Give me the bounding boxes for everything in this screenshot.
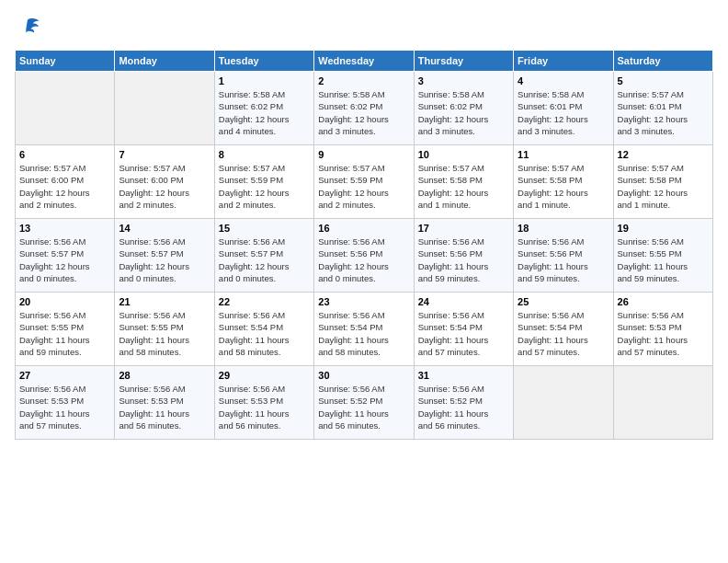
calendar-day-header: Friday	[514, 51, 613, 72]
day-info: Sunrise: 5:56 AM Sunset: 5:57 PM Dayligh…	[219, 236, 310, 284]
day-info: Sunrise: 5:56 AM Sunset: 5:55 PM Dayligh…	[119, 309, 210, 358]
calendar-day-header: Tuesday	[214, 51, 313, 72]
day-info: Sunrise: 5:56 AM Sunset: 5:57 PM Dayligh…	[119, 236, 210, 284]
calendar-day-cell: 24Sunrise: 5:56 AM Sunset: 5:54 PM Dayli…	[414, 293, 513, 366]
day-info: Sunrise: 5:56 AM Sunset: 5:53 PM Dayligh…	[19, 383, 110, 431]
calendar-day-cell: 17Sunrise: 5:56 AM Sunset: 5:56 PM Dayli…	[414, 219, 513, 293]
day-info: Sunrise: 5:56 AM Sunset: 5:52 PM Dayligh…	[318, 383, 409, 431]
day-number: 22	[219, 296, 310, 307]
day-info: Sunrise: 5:58 AM Sunset: 6:02 PM Dayligh…	[219, 88, 310, 137]
day-number: 2	[318, 75, 409, 86]
day-info: Sunrise: 5:56 AM Sunset: 5:53 PM Dayligh…	[119, 383, 210, 431]
calendar-day-cell: 5Sunrise: 5:57 AM Sunset: 6:01 PM Daylig…	[613, 72, 712, 145]
day-number: 8	[219, 149, 310, 160]
day-info: Sunrise: 5:56 AM Sunset: 5:54 PM Dayligh…	[518, 309, 609, 358]
day-info: Sunrise: 5:56 AM Sunset: 5:54 PM Dayligh…	[418, 309, 509, 358]
calendar-day-cell: 11Sunrise: 5:57 AM Sunset: 5:58 PM Dayli…	[514, 145, 613, 219]
day-number: 25	[518, 296, 609, 307]
calendar-day-cell: 20Sunrise: 5:56 AM Sunset: 5:55 PM Dayli…	[16, 293, 115, 366]
calendar-day-cell: 19Sunrise: 5:56 AM Sunset: 5:55 PM Dayli…	[613, 219, 712, 293]
logo-bird-icon	[15, 15, 40, 40]
calendar-day-header: Sunday	[16, 51, 115, 72]
day-info: Sunrise: 5:56 AM Sunset: 5:56 PM Dayligh…	[418, 236, 509, 284]
calendar-day-cell: 12Sunrise: 5:57 AM Sunset: 5:58 PM Dayli…	[613, 145, 712, 219]
day-number: 14	[119, 223, 210, 234]
day-info: Sunrise: 5:56 AM Sunset: 5:53 PM Dayligh…	[618, 309, 709, 358]
day-info: Sunrise: 5:56 AM Sunset: 5:54 PM Dayligh…	[318, 309, 409, 358]
calendar-day-cell: 21Sunrise: 5:56 AM Sunset: 5:55 PM Dayli…	[115, 293, 214, 366]
page-header	[15, 15, 713, 40]
day-number: 4	[518, 75, 609, 86]
day-number: 19	[618, 223, 709, 234]
day-number: 13	[19, 223, 110, 234]
day-number: 26	[618, 296, 709, 307]
calendar-day-cell: 15Sunrise: 5:56 AM Sunset: 5:57 PM Dayli…	[214, 219, 313, 293]
day-info: Sunrise: 5:58 AM Sunset: 6:01 PM Dayligh…	[518, 88, 609, 137]
calendar-day-header: Wednesday	[314, 51, 414, 72]
day-info: Sunrise: 5:57 AM Sunset: 5:58 PM Dayligh…	[518, 162, 609, 211]
day-number: 15	[219, 223, 310, 234]
calendar-day-cell: 25Sunrise: 5:56 AM Sunset: 5:54 PM Dayli…	[514, 293, 613, 366]
calendar-day-cell	[115, 72, 214, 145]
calendar-day-cell: 2Sunrise: 5:58 AM Sunset: 6:02 PM Daylig…	[314, 72, 414, 145]
calendar-day-cell	[514, 366, 613, 440]
calendar-day-cell: 13Sunrise: 5:56 AM Sunset: 5:57 PM Dayli…	[16, 219, 115, 293]
day-number: 3	[418, 75, 509, 86]
day-number: 7	[119, 149, 210, 160]
day-number: 28	[119, 370, 210, 381]
calendar-day-cell: 1Sunrise: 5:58 AM Sunset: 6:02 PM Daylig…	[214, 72, 313, 145]
day-number: 9	[318, 149, 409, 160]
day-number: 24	[418, 296, 509, 307]
calendar-header-row: SundayMondayTuesdayWednesdayThursdayFrid…	[16, 51, 713, 72]
day-number: 31	[418, 370, 509, 381]
day-info: Sunrise: 5:57 AM Sunset: 6:00 PM Dayligh…	[19, 162, 110, 211]
calendar-day-cell: 3Sunrise: 5:58 AM Sunset: 6:02 PM Daylig…	[414, 72, 513, 145]
day-info: Sunrise: 5:57 AM Sunset: 5:59 PM Dayligh…	[318, 162, 409, 211]
calendar-day-header: Thursday	[414, 51, 513, 72]
day-info: Sunrise: 5:57 AM Sunset: 5:59 PM Dayligh…	[219, 162, 310, 211]
day-number: 5	[618, 75, 709, 86]
day-number: 16	[318, 223, 409, 234]
calendar-week-row: 6Sunrise: 5:57 AM Sunset: 6:00 PM Daylig…	[16, 145, 713, 219]
calendar-day-cell: 9Sunrise: 5:57 AM Sunset: 5:59 PM Daylig…	[314, 145, 414, 219]
day-number: 29	[219, 370, 310, 381]
day-number: 30	[318, 370, 409, 381]
day-number: 1	[219, 75, 310, 86]
calendar-day-header: Saturday	[613, 51, 712, 72]
day-info: Sunrise: 5:58 AM Sunset: 6:02 PM Dayligh…	[418, 88, 509, 137]
day-number: 23	[318, 296, 409, 307]
day-info: Sunrise: 5:57 AM Sunset: 5:58 PM Dayligh…	[418, 162, 509, 211]
day-info: Sunrise: 5:56 AM Sunset: 5:54 PM Dayligh…	[219, 309, 310, 358]
calendar-day-cell: 14Sunrise: 5:56 AM Sunset: 5:57 PM Dayli…	[115, 219, 214, 293]
calendar-day-cell: 18Sunrise: 5:56 AM Sunset: 5:56 PM Dayli…	[514, 219, 613, 293]
calendar-day-cell: 27Sunrise: 5:56 AM Sunset: 5:53 PM Dayli…	[16, 366, 115, 440]
day-number: 17	[418, 223, 509, 234]
day-info: Sunrise: 5:56 AM Sunset: 5:53 PM Dayligh…	[219, 383, 310, 431]
day-number: 11	[518, 149, 609, 160]
calendar-day-cell: 22Sunrise: 5:56 AM Sunset: 5:54 PM Dayli…	[214, 293, 313, 366]
calendar-day-cell: 29Sunrise: 5:56 AM Sunset: 5:53 PM Dayli…	[214, 366, 313, 440]
logo	[15, 15, 44, 40]
day-info: Sunrise: 5:58 AM Sunset: 6:02 PM Dayligh…	[318, 88, 409, 137]
calendar-day-cell: 8Sunrise: 5:57 AM Sunset: 5:59 PM Daylig…	[214, 145, 313, 219]
calendar-day-cell: 6Sunrise: 5:57 AM Sunset: 6:00 PM Daylig…	[16, 145, 115, 219]
day-info: Sunrise: 5:56 AM Sunset: 5:55 PM Dayligh…	[618, 236, 709, 284]
calendar-week-row: 27Sunrise: 5:56 AM Sunset: 5:53 PM Dayli…	[16, 366, 713, 440]
day-info: Sunrise: 5:56 AM Sunset: 5:57 PM Dayligh…	[19, 236, 110, 284]
calendar-body: 1Sunrise: 5:58 AM Sunset: 6:02 PM Daylig…	[16, 72, 713, 440]
calendar-week-row: 1Sunrise: 5:58 AM Sunset: 6:02 PM Daylig…	[16, 72, 713, 145]
day-info: Sunrise: 5:56 AM Sunset: 5:52 PM Dayligh…	[418, 383, 509, 431]
day-number: 12	[618, 149, 709, 160]
calendar-day-cell: 10Sunrise: 5:57 AM Sunset: 5:58 PM Dayli…	[414, 145, 513, 219]
calendar-day-cell: 26Sunrise: 5:56 AM Sunset: 5:53 PM Dayli…	[613, 293, 712, 366]
day-number: 27	[19, 370, 110, 381]
calendar-week-row: 13Sunrise: 5:56 AM Sunset: 5:57 PM Dayli…	[16, 219, 713, 293]
calendar-table: SundayMondayTuesdayWednesdayThursdayFrid…	[15, 50, 713, 440]
calendar-day-cell	[16, 72, 115, 145]
calendar-day-cell: 16Sunrise: 5:56 AM Sunset: 5:56 PM Dayli…	[314, 219, 414, 293]
day-info: Sunrise: 5:57 AM Sunset: 6:01 PM Dayligh…	[618, 88, 709, 137]
calendar-day-cell: 7Sunrise: 5:57 AM Sunset: 6:00 PM Daylig…	[115, 145, 214, 219]
day-info: Sunrise: 5:57 AM Sunset: 6:00 PM Dayligh…	[119, 162, 210, 211]
day-number: 18	[518, 223, 609, 234]
day-info: Sunrise: 5:56 AM Sunset: 5:56 PM Dayligh…	[518, 236, 609, 284]
